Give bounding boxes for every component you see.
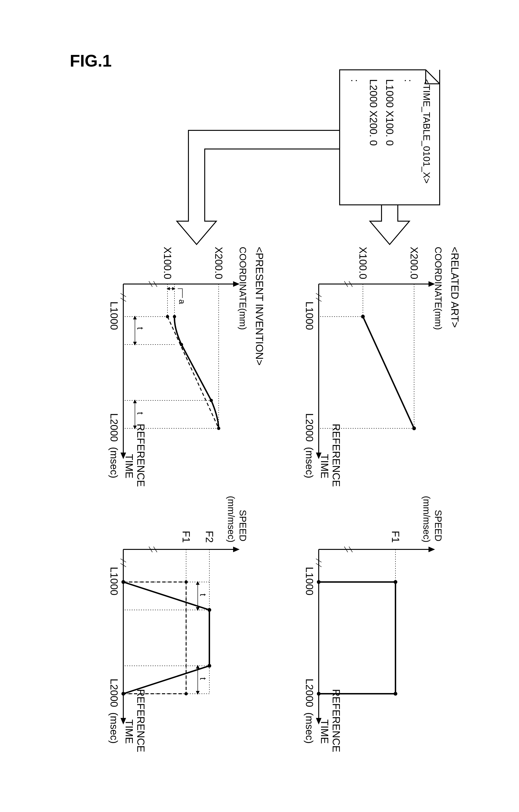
svg-point-73: [184, 692, 188, 695]
time-table-marker-bot: :: [349, 79, 361, 82]
time-table-title: <TIME_TABLE_0101_X>: [422, 79, 432, 183]
arrow-to-present-invention: [177, 130, 340, 244]
annot-t2: t: [135, 412, 145, 414]
xlabel-ref2-c: TIME: [124, 454, 135, 478]
ylabel-speed1-a: SPEED: [433, 510, 444, 542]
figure-diagram: <TIME_TABLE_0101_X> : L1000 X100. 0 L200…: [42, 42, 479, 773]
section-label-related-art: <RELATED ART>: [449, 247, 461, 328]
xlabel-ref1-a: REFERENCE: [331, 424, 342, 487]
section-label-present-invention: <PRESENT INVENTION>: [254, 247, 265, 366]
ytick-x100: X100.0: [357, 247, 369, 279]
xlabel-ref1-d: REFERENCE: [135, 689, 147, 752]
svg-point-75: [208, 608, 211, 612]
svg-marker-56: [133, 400, 137, 403]
xlabel-msec-c: (msec): [109, 447, 120, 478]
chart-related-art-speed: SPEED (mm/msec): [304, 496, 444, 752]
time-table-row2: L2000 X200. 0: [368, 79, 379, 146]
xlabel-msec-a: (msec): [304, 447, 315, 478]
xtick-l1000-c: L1000: [109, 301, 120, 330]
svg-point-23: [317, 580, 320, 584]
xlabel-ref1-b: REFERENCE: [331, 689, 342, 752]
svg-marker-54: [133, 342, 137, 346]
ytick-x200-b: X200.0: [213, 247, 224, 279]
annot-t1: t: [135, 327, 145, 329]
xtick-l2000-a: L2000: [304, 413, 315, 442]
svg-point-48: [217, 427, 220, 430]
time-table-box: <TIME_TABLE_0101_X> : L1000 X100. 0 L200…: [340, 70, 440, 205]
xtick-l2000-c: L2000: [109, 413, 120, 442]
xlabel-ref1-c: REFERENCE: [135, 424, 147, 487]
annot-t4: t: [198, 677, 208, 680]
xlabel-msec-b: (msec): [304, 713, 315, 744]
xtick-l2000-d: L2000: [109, 678, 120, 707]
ytick-x200: X200.0: [408, 247, 420, 279]
svg-marker-51: [166, 287, 170, 290]
xtick-l1000-d: L1000: [109, 567, 120, 595]
svg-marker-82: [196, 665, 200, 669]
chart-present-speed: SPEED (mm/msec): [109, 496, 248, 752]
svg-point-47: [210, 399, 213, 402]
ytick-f1-b: F1: [181, 531, 192, 543]
xtick-l1000-b: L1000: [304, 567, 315, 595]
svg-marker-79: [196, 581, 200, 585]
svg-point-74: [121, 580, 125, 584]
ytick-f1-a: F1: [390, 531, 401, 543]
svg-point-26: [317, 692, 320, 696]
ytick-f2: F2: [204, 531, 215, 543]
xlabel-msec-d: (msec): [109, 713, 120, 744]
ytick-x100-b: X100.0: [162, 247, 173, 279]
svg-point-46: [180, 343, 183, 346]
svg-line-8: [363, 317, 414, 428]
svg-point-44: [166, 315, 169, 318]
ylabel-speed2-b: (mm/msec): [226, 496, 236, 543]
svg-point-77: [121, 692, 125, 696]
xtick-l2000-b: L2000: [304, 678, 315, 707]
annot-t3: t: [198, 593, 208, 596]
xtick-l1000-a: L1000: [304, 301, 315, 330]
arrow-to-related-art: [370, 205, 409, 244]
svg-point-72: [184, 580, 188, 584]
svg-marker-17: [428, 547, 435, 552]
svg-line-43: [167, 317, 219, 428]
svg-point-25: [394, 692, 397, 696]
time-table-marker-top: :: [403, 79, 414, 82]
xlabel-ref2-d: TIME: [124, 719, 135, 744]
svg-marker-53: [133, 316, 137, 319]
chart-present-coordinate: COORDINATE(mm): [109, 247, 248, 487]
ylabel-speed2-a: (mm/msec): [422, 496, 432, 543]
chart-related-art-coordinate: COORDINATE(mm): [304, 247, 444, 487]
svg-point-24: [394, 580, 397, 584]
xlabel-ref2-a: TIME: [319, 454, 330, 478]
svg-marker-60: [233, 547, 240, 552]
ylabel-coord: COORDINATE(mm): [433, 247, 444, 330]
xlabel-ref2-b: TIME: [319, 719, 330, 744]
ylabel-speed1-b: SPEED: [238, 510, 248, 542]
svg-marker-80: [196, 607, 200, 611]
time-table-row1: L1000 X100. 0: [384, 79, 395, 146]
svg-marker-50: [172, 287, 175, 290]
svg-point-45: [173, 315, 176, 318]
svg-marker-83: [196, 691, 200, 695]
svg-point-76: [208, 664, 211, 668]
ylabel-coord-b: COORDINATE(mm): [238, 247, 248, 330]
annot-a: a: [177, 299, 187, 304]
